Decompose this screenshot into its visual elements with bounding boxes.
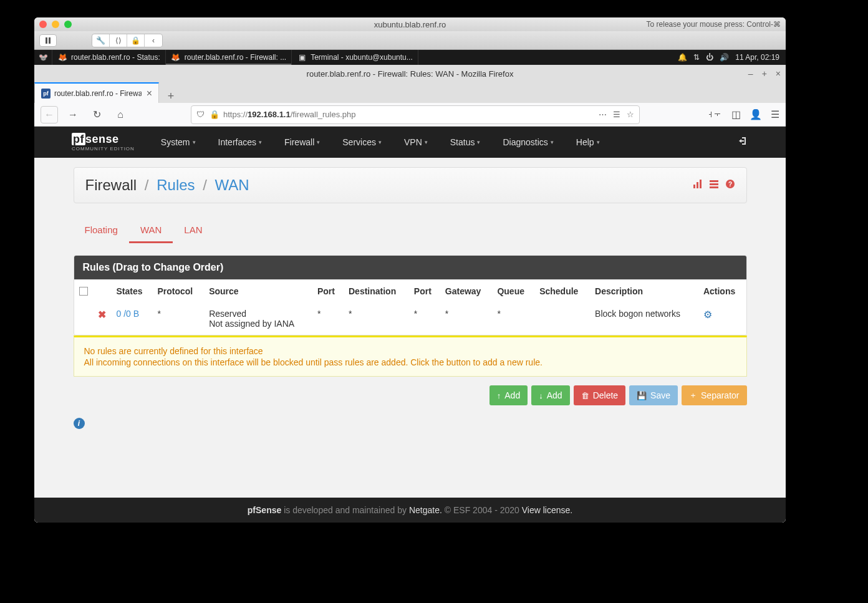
tab-wan[interactable]: WAN xyxy=(129,218,173,243)
shield-icon[interactable]: 🛡 xyxy=(196,110,205,119)
column-header: Destination xyxy=(344,280,409,303)
network-icon[interactable]: ⇅ xyxy=(693,53,700,62)
new-tab-button[interactable]: + xyxy=(162,90,180,103)
url-prefix: https:// xyxy=(223,110,248,119)
ff-minimize-button[interactable]: – xyxy=(748,69,753,79)
nav-menu-diagnostics[interactable]: Diagnostics xyxy=(491,127,564,158)
account-icon[interactable]: 👤 xyxy=(750,109,762,120)
select-all-checkbox[interactable] xyxy=(79,287,88,296)
vm-tool-4-button[interactable]: ‹ xyxy=(145,34,162,47)
sidebar-icon[interactable]: ◫ xyxy=(731,109,741,120)
log-icon[interactable] xyxy=(709,179,719,191)
cell xyxy=(534,302,590,335)
states-link[interactable]: 0 /0 B xyxy=(117,309,140,319)
add-rule-bottom-button[interactable]: ↓Add xyxy=(531,385,569,405)
taskbar-item-firefox-firewall[interactable]: 🦊router.blab.renf.ro - Firewall: ... xyxy=(166,50,292,65)
power-icon[interactable]: ⏻ xyxy=(706,53,713,62)
column-header: Protocol xyxy=(152,280,204,303)
info-toggle-icon[interactable]: i xyxy=(74,418,85,429)
column-header xyxy=(74,280,93,303)
nav-menu-interfaces[interactable]: Interfaces xyxy=(207,127,273,158)
page-actions-icon[interactable]: ⋯ xyxy=(599,110,607,119)
column-header: Schedule xyxy=(534,280,590,303)
zoom-window-button[interactable] xyxy=(64,21,72,28)
url-bar[interactable]: 🛡 🔒 https://192.168.1.1/firewall_rules.p… xyxy=(191,105,640,124)
nav-menu-status[interactable]: Status xyxy=(439,127,492,158)
sound-icon[interactable]: 🔊 xyxy=(720,53,729,62)
plus-icon: ＋ xyxy=(689,390,697,401)
add-rule-top-button[interactable]: ↑Add xyxy=(489,385,528,405)
footer-license-link[interactable]: View license. xyxy=(522,505,572,515)
taskbar-item-firefox-status[interactable]: 🦊router.blab.renf.ro - Status: xyxy=(52,50,166,65)
release-hint: To release your mouse press: Control-⌘ xyxy=(647,20,781,29)
rules-panel: Rules (Drag to Change Order) StatesProto… xyxy=(74,255,747,335)
tab-floating[interactable]: Floating xyxy=(74,218,129,243)
breadcrumb-rules-link[interactable]: Rules xyxy=(157,176,195,193)
footer-copyright: © ESF 2004 - 2020 xyxy=(442,505,522,515)
browser-tab-active[interactable]: pf router.blab.renf.ro - Firewall: × xyxy=(34,82,159,103)
nav-menu-vpn[interactable]: VPN xyxy=(393,127,439,158)
firefox-window-title: router.blab.renf.ro - Firewall: Rules: W… xyxy=(307,69,514,79)
nav-menu-services[interactable]: Services xyxy=(331,127,393,158)
firefox-tabstrip: pf router.blab.renf.ro - Firewall: × + xyxy=(34,82,786,103)
logout-icon[interactable] xyxy=(738,136,748,149)
hamburger-menu-icon[interactable]: ☰ xyxy=(771,109,779,120)
logo-text: sense xyxy=(85,133,119,145)
vm-tool-3-button[interactable]: 🔒 xyxy=(127,34,145,47)
ff-close-button[interactable]: × xyxy=(776,69,781,79)
minimize-window-button[interactable] xyxy=(52,21,59,28)
tab-close-button[interactable]: × xyxy=(147,88,152,99)
start-menu-button[interactable]: 🐭 xyxy=(34,50,52,65)
delete-button[interactable]: 🗑Delete xyxy=(574,385,625,405)
breadcrumb-wan-link[interactable]: WAN xyxy=(215,176,249,193)
notification-icon[interactable]: 🔔 xyxy=(678,53,687,62)
clock[interactable]: 11 Apr, 02:19 xyxy=(735,53,779,62)
logo-subtitle: COMMUNITY EDITION xyxy=(72,146,135,152)
svg-rect-3 xyxy=(697,182,698,188)
forward-button[interactable]: → xyxy=(64,106,82,123)
nav-menu-help[interactable]: Help xyxy=(565,127,611,158)
cell: 0 /0 B xyxy=(112,302,153,335)
taskbar-item-label: Terminal - xubuntu@xubuntu... xyxy=(311,53,413,62)
back-button[interactable]: ← xyxy=(41,106,58,123)
footer-brand: pfSense xyxy=(248,505,281,515)
ubuntu-taskbar: 🐭 🦊router.blab.renf.ro - Status: 🦊router… xyxy=(34,50,786,65)
firefox-navbar: ← → ↻ ⌂ 🛡 🔒 https://192.168.1.1/firewall… xyxy=(34,103,786,127)
svg-rect-4 xyxy=(700,180,702,188)
rules-table: StatesProtocolSourcePortDestinationPortG… xyxy=(74,279,746,335)
cell: Block bogon networks xyxy=(590,302,698,335)
table-row[interactable]: ✖0 /0 B*ReservedNot assigned by IANA****… xyxy=(74,302,746,335)
cell: * xyxy=(409,302,440,335)
bookmark-star-icon[interactable]: ☆ xyxy=(627,110,634,119)
pfsense-logo[interactable]: pfsense COMMUNITY EDITION xyxy=(72,133,135,152)
footer-netgate-link[interactable]: Netgate. xyxy=(409,505,442,515)
nav-menu-firewall[interactable]: Firewall xyxy=(273,127,331,158)
column-header: Source xyxy=(204,280,312,303)
save-icon: 💾 xyxy=(637,391,647,400)
vm-tool-2-button[interactable]: ⟨⟩ xyxy=(110,34,127,47)
reload-button[interactable]: ↻ xyxy=(88,106,105,123)
library-icon[interactable]: ⫞⫟ xyxy=(708,109,723,120)
separator-button[interactable]: ＋Separator xyxy=(682,385,746,405)
reader-icon[interactable]: ☰ xyxy=(613,110,620,119)
nav-menu-system[interactable]: System xyxy=(150,127,207,158)
help-icon[interactable]: ? xyxy=(725,179,735,191)
vm-pause-button[interactable] xyxy=(39,34,57,47)
svg-rect-1 xyxy=(49,37,51,44)
tab-lan[interactable]: LAN xyxy=(173,218,213,243)
save-button[interactable]: 💾Save xyxy=(629,385,678,405)
taskbar-item-terminal[interactable]: ▣Terminal - xubuntu@xubuntu... xyxy=(292,50,418,65)
lock-warning-icon[interactable]: 🔒 xyxy=(210,110,219,119)
cell: * xyxy=(312,302,344,335)
button-label: Add xyxy=(547,390,562,400)
close-window-button[interactable] xyxy=(39,21,47,28)
stats-icon[interactable] xyxy=(693,179,703,191)
home-button[interactable]: ⌂ xyxy=(112,106,129,123)
column-header: Queue xyxy=(492,280,534,303)
gear-icon[interactable]: ⚙ xyxy=(703,309,712,320)
column-header: States xyxy=(112,280,153,303)
cell: ✖ xyxy=(93,302,112,335)
vm-tool-1-button[interactable]: 🔧 xyxy=(92,34,110,47)
ff-maximize-button[interactable]: + xyxy=(762,69,767,79)
logo-prefix: pf xyxy=(72,133,85,145)
